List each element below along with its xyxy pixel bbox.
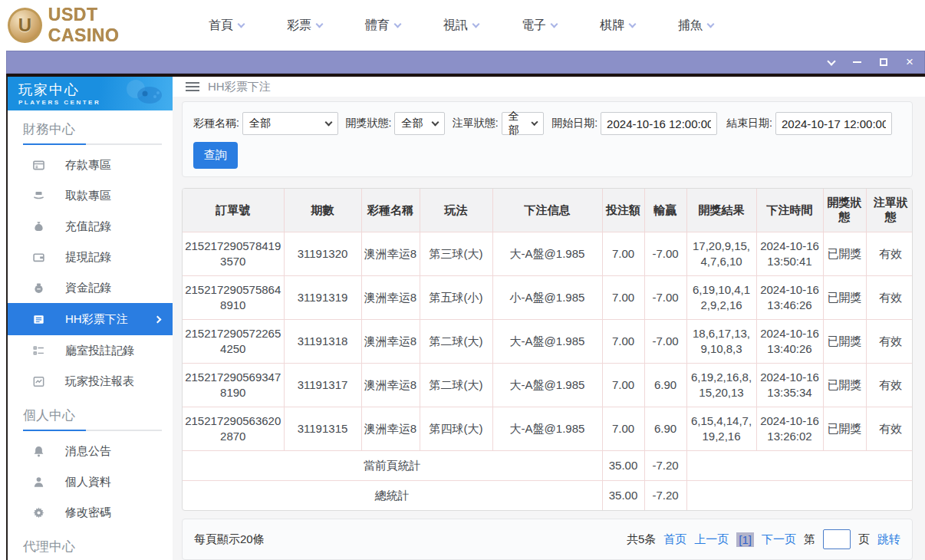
table-cell: 2152172905693478190 xyxy=(183,364,284,407)
sidebar-item-充值記錄[interactable]: 充值記錄 xyxy=(8,211,173,242)
chevron-down-icon xyxy=(316,20,324,28)
table-cell: 2024-10-16 13:40:26 xyxy=(756,320,823,364)
column-header: 注單狀態 xyxy=(866,189,913,232)
page-number-input[interactable] xyxy=(823,529,851,549)
top-navbar: U USDT CASINO 首頁彩票體育視訊電子棋牌捕魚 xyxy=(0,0,925,51)
draw-status-select[interactable]: 全部 xyxy=(394,112,444,135)
end-date-input[interactable] xyxy=(775,112,892,135)
start-date-label: 開始日期: xyxy=(551,117,597,130)
table-cell: 6,19,10,4,12,9,2,16 xyxy=(686,276,756,320)
table-cell: 7.00 xyxy=(602,407,644,451)
window-close-icon[interactable]: × xyxy=(906,58,913,66)
chevron-down-icon xyxy=(531,119,538,126)
search-button[interactable]: 查詢 xyxy=(193,142,238,169)
chevron-down-icon xyxy=(394,20,402,28)
table-cell: 澳洲幸运8 xyxy=(361,320,420,364)
summary-empty-cell xyxy=(686,481,913,511)
sidebar-section-label: 財務中心 xyxy=(8,110,173,143)
window-dropdown-icon[interactable] xyxy=(827,57,835,65)
prev-page-link[interactable]: 上一页 xyxy=(694,532,729,547)
sidebar-header: 玩家中心 PLAYERS CENTER xyxy=(8,77,173,110)
order-status-select[interactable]: 全部 xyxy=(502,112,545,135)
page-suffix-label: 页 xyxy=(858,532,870,547)
user-icon xyxy=(32,476,45,489)
table-cell: 第二球(大) xyxy=(420,364,492,407)
summary-bet-total: 35.00 xyxy=(602,451,644,481)
section-divider xyxy=(23,143,162,145)
table-cell: 第五球(小) xyxy=(420,276,492,320)
sidebar-item-修改密碼[interactable]: 修改密碼 xyxy=(8,497,173,528)
lottery-name-value: 全部 xyxy=(249,117,271,130)
table-cell: 大-A盤@1.985 xyxy=(492,364,602,407)
sidebar-menu: 財務中心存款專區取款專區充值記錄提現記錄資金記錄HH彩票下注廳室投註記錄玩家投注… xyxy=(8,110,173,560)
bet-records-table-card: 訂單號期數彩種名稱玩法下注信息投注額輸贏開獎結果下注時間開獎狀態注單狀態 215… xyxy=(182,188,913,511)
logo-text: USDT CASINO xyxy=(48,5,170,46)
sidebar-item-玩家投注報表[interactable]: 玩家投注報表 xyxy=(8,366,173,397)
start-date-input[interactable] xyxy=(601,112,717,135)
sidebar-item-個人資料[interactable]: 個人資料 xyxy=(8,466,173,497)
first-page-link[interactable]: 首页 xyxy=(663,532,686,547)
nav-item-3[interactable]: 視訊 xyxy=(443,18,479,34)
summary-label: 總統計 xyxy=(183,481,602,511)
nav-item-label: 彩票 xyxy=(287,18,311,34)
column-header: 下注信息 xyxy=(492,189,602,232)
chevron-down-icon xyxy=(324,119,332,127)
gear-icon xyxy=(32,506,45,519)
bell-icon xyxy=(32,445,45,458)
table-cell: 6.90 xyxy=(644,407,686,451)
ledger-icon xyxy=(32,313,45,326)
jump-link[interactable]: 跳转 xyxy=(877,532,900,547)
window-body: 玩家中心 PLAYERS CENTER 財務中心存款專區取款專區充值記錄提現記錄… xyxy=(6,77,925,560)
table-cell: 澳洲幸运8 xyxy=(361,364,420,407)
next-page-link[interactable]: 下一页 xyxy=(762,532,796,547)
lottery-name-label: 彩種名稱: xyxy=(193,117,239,130)
table-cell: 6,15,4,14,7,19,2,16 xyxy=(686,407,756,451)
nav-item-5[interactable]: 棋牌 xyxy=(600,18,635,34)
app-window: × 玩家中心 PLAYERS CENTER 財務中心存款專區取款專區充值記錄提現… xyxy=(6,51,925,560)
summary-row: 總統計35.00-7.20 xyxy=(183,481,913,511)
chevron-down-icon xyxy=(238,20,245,28)
table-cell: 第四球(大) xyxy=(420,407,492,451)
table-cell: 已開獎 xyxy=(823,276,866,320)
sidebar-item-消息公告[interactable]: 消息公告 xyxy=(8,436,173,466)
page-size-text: 每頁顯示20條 xyxy=(194,532,265,547)
sidebar-item-取款專區[interactable]: 取款專區 xyxy=(8,180,173,211)
sidebar-item-label: 玩家投注報表 xyxy=(65,374,134,389)
sidebar-item-存款專區[interactable]: 存款專區 xyxy=(8,150,173,180)
pager: 共5条 首页 上一页 [1] 下一页 第 页 跳转 xyxy=(627,529,900,549)
topnav-items: 首頁彩票體育視訊電子棋牌捕魚 xyxy=(209,18,713,34)
nav-item-2[interactable]: 體育 xyxy=(365,18,400,34)
window-minimize-icon[interactable] xyxy=(853,61,861,63)
menu-toggle-icon[interactable] xyxy=(186,82,199,91)
sidebar-item-提現記錄[interactable]: 提現記錄 xyxy=(8,242,173,272)
page-prefix-label: 第 xyxy=(804,532,815,547)
total-count-text: 共5条 xyxy=(627,532,656,547)
table-cell: 2024-10-16 13:35:34 xyxy=(756,364,823,407)
sidebar-item-label: 提現記錄 xyxy=(65,250,111,265)
site-logo[interactable]: U USDT CASINO xyxy=(8,5,170,46)
sidebar-item-廳室投註記錄[interactable]: 廳室投註記錄 xyxy=(8,335,173,366)
table-row: 215217290575864891031191319澳洲幸运8第五球(小)小-… xyxy=(183,276,913,320)
moneybag-icon xyxy=(32,220,45,233)
table-cell: 大-A盤@1.985 xyxy=(492,320,602,364)
sidebar: 玩家中心 PLAYERS CENTER 財務中心存款專區取款專區充值記錄提現記錄… xyxy=(8,77,173,560)
lottery-name-select[interactable]: 全部 xyxy=(242,112,338,135)
sidebar-item-資金記錄[interactable]: 資金記錄 xyxy=(8,272,173,303)
window-maximize-icon[interactable] xyxy=(880,58,887,66)
table-row: 215217290569347819031191317澳洲幸运8第二球(大)大-… xyxy=(183,364,913,407)
chevron-right-icon xyxy=(154,315,162,323)
table-cell: 2024-10-16 13:26:02 xyxy=(756,407,823,451)
sidebar-item-label: 取款專區 xyxy=(65,189,111,203)
summary-label: 當前頁統計 xyxy=(183,451,602,481)
table-cell: 小-A盤@1.985 xyxy=(492,276,602,320)
nav-item-6[interactable]: 捕魚 xyxy=(678,18,713,34)
chevron-down-icon xyxy=(707,20,715,28)
nav-item-0[interactable]: 首頁 xyxy=(209,18,244,34)
chevron-down-icon xyxy=(629,20,637,28)
filter-panel: 彩種名稱: 全部 開獎狀態: 全部 注單狀態: 全部 xyxy=(182,101,913,177)
sidebar-item-HH彩票下注[interactable]: HH彩票下注 xyxy=(8,303,173,335)
nav-item-1[interactable]: 彩票 xyxy=(287,18,322,34)
sidebar-section-label: 代理中心 xyxy=(8,528,173,560)
nav-item-4[interactable]: 電子 xyxy=(522,18,557,34)
table-cell: 大-A盤@1.985 xyxy=(492,407,602,451)
